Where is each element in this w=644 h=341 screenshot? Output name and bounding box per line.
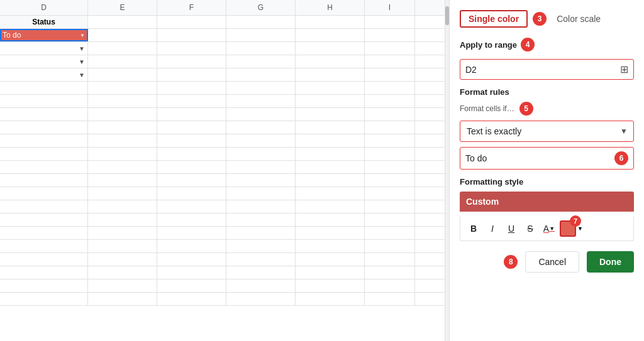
data-cell[interactable] (88, 266, 157, 279)
grid-select-icon[interactable]: ⊞ (620, 63, 628, 75)
data-cell[interactable] (365, 200, 415, 213)
data-cell[interactable] (365, 82, 415, 94)
data-cell[interactable] (365, 68, 415, 81)
data-cell[interactable] (0, 108, 88, 121)
data-cell[interactable] (365, 95, 415, 107)
data-cell[interactable] (88, 214, 157, 226)
strikethrough-button[interactable]: S (522, 220, 538, 237)
data-cell[interactable] (365, 121, 415, 134)
data-cell[interactable] (88, 134, 157, 147)
data-cell[interactable] (157, 108, 226, 121)
data-cell[interactable] (0, 253, 88, 266)
data-cell[interactable] (296, 187, 365, 200)
text-color-button[interactable]: A ▼ (541, 220, 557, 237)
scrollbar-thumb[interactable] (445, 6, 449, 25)
dropdown-cell[interactable]: ▼ (0, 68, 88, 81)
data-cell[interactable] (0, 227, 88, 239)
data-cell[interactable] (296, 293, 365, 305)
data-cell[interactable] (0, 200, 88, 213)
data-cell[interactable] (365, 42, 415, 55)
data-cell[interactable] (226, 42, 296, 55)
data-cell[interactable] (88, 42, 157, 55)
data-cell[interactable] (88, 161, 157, 173)
data-cell[interactable] (226, 214, 296, 226)
vertical-scrollbar[interactable] (445, 0, 449, 341)
data-cell[interactable] (296, 214, 365, 226)
data-cell[interactable] (226, 68, 296, 81)
data-cell[interactable] (296, 68, 365, 81)
data-cell[interactable] (157, 200, 226, 213)
data-cell[interactable] (88, 293, 157, 305)
tab-color-scale[interactable]: Color scale (552, 11, 606, 26)
tab-single-color[interactable]: Single color (460, 10, 528, 28)
data-cell[interactable] (0, 174, 88, 187)
data-cell[interactable] (88, 227, 157, 239)
data-cell[interactable] (88, 29, 157, 41)
data-cell[interactable] (365, 148, 415, 160)
cancel-button[interactable]: Cancel (525, 251, 579, 273)
data-cell[interactable] (365, 240, 415, 252)
data-cell[interactable] (157, 68, 226, 81)
data-cell[interactable] (88, 187, 157, 200)
dropdown-cell[interactable]: ▼ (0, 42, 88, 55)
data-cell[interactable] (296, 29, 365, 41)
value-input[interactable] (465, 153, 611, 163)
data-cell[interactable] (296, 161, 365, 173)
data-cell[interactable] (226, 82, 296, 94)
data-cell[interactable] (226, 174, 296, 187)
data-cell[interactable] (296, 200, 365, 213)
todo-cell[interactable]: To do (0, 29, 88, 41)
data-cell[interactable] (157, 161, 226, 173)
data-cell[interactable] (0, 121, 88, 134)
data-cell[interactable] (0, 240, 88, 252)
data-cell[interactable] (157, 29, 226, 41)
data-cell[interactable] (365, 134, 415, 147)
data-cell[interactable] (0, 82, 88, 94)
format-condition-dropdown-wrapper[interactable]: Text is exactly ▼ (460, 121, 634, 142)
data-cell[interactable] (296, 253, 365, 266)
data-cell[interactable] (157, 134, 226, 147)
data-cell[interactable] (226, 200, 296, 213)
data-cell[interactable] (296, 42, 365, 55)
data-cell[interactable] (296, 266, 365, 279)
data-cell[interactable] (365, 279, 415, 292)
data-cell[interactable] (365, 29, 415, 41)
data-cell[interactable] (226, 148, 296, 160)
data-cell[interactable] (0, 161, 88, 173)
data-cell[interactable] (88, 121, 157, 134)
data-cell[interactable] (226, 134, 296, 147)
data-cell[interactable] (157, 227, 226, 239)
fill-color-arrow[interactable]: ▼ (577, 225, 583, 232)
data-cell[interactable] (157, 95, 226, 107)
data-cell[interactable] (157, 240, 226, 252)
data-cell[interactable] (365, 214, 415, 226)
data-cell[interactable] (157, 293, 226, 305)
data-cell[interactable] (157, 82, 226, 94)
data-cell[interactable] (0, 148, 88, 160)
data-cell[interactable] (88, 95, 157, 107)
data-cell[interactable] (88, 68, 157, 81)
data-cell[interactable] (157, 148, 226, 160)
data-cell[interactable] (0, 279, 88, 292)
range-input-wrapper[interactable]: ⊞ (460, 59, 634, 80)
data-cell[interactable] (226, 95, 296, 107)
data-cell[interactable] (365, 253, 415, 266)
data-cell[interactable] (157, 55, 226, 68)
data-cell[interactable] (157, 187, 226, 200)
data-cell[interactable] (88, 253, 157, 266)
data-cell[interactable] (0, 134, 88, 147)
data-cell[interactable] (226, 29, 296, 41)
done-button[interactable]: Done (587, 251, 634, 273)
data-cell[interactable] (157, 121, 226, 134)
data-cell[interactable] (88, 279, 157, 292)
data-cell[interactable] (157, 42, 226, 55)
data-cell[interactable] (226, 227, 296, 239)
data-cell[interactable] (296, 240, 365, 252)
data-cell[interactable] (157, 279, 226, 292)
data-cell[interactable] (296, 279, 365, 292)
data-cell[interactable] (157, 214, 226, 226)
data-cell[interactable] (365, 55, 415, 68)
data-cell[interactable] (88, 148, 157, 160)
data-cell[interactable] (226, 253, 296, 266)
data-cell[interactable] (0, 95, 88, 107)
